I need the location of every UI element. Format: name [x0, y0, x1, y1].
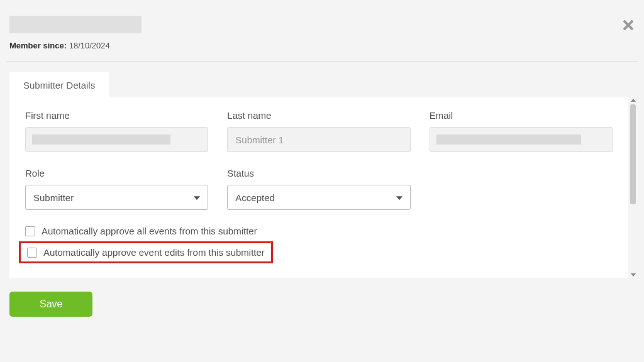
divider — [6, 62, 638, 62]
field-spacer — [430, 168, 613, 210]
input-first-name[interactable] — [25, 127, 208, 152]
save-button[interactable]: Save — [9, 292, 92, 317]
field-last-name: Last name Submitter 1 — [227, 110, 410, 152]
scrollbar[interactable] — [628, 97, 638, 278]
submitter-details-panel: First name Last name Submitter 1 Email R… — [9, 97, 628, 278]
member-since: Member since: 18/10/2024 — [9, 41, 638, 50]
panel-wrapper: First name Last name Submitter 1 Email R… — [6, 97, 638, 278]
checkbox-approve-events-row: Automatically approve all events from th… — [25, 226, 613, 236]
tab-submitter-details[interactable]: Submitter Details — [9, 72, 109, 98]
checkbox-approve-edits-label: Automatically approve event edits from t… — [43, 247, 265, 258]
checkbox-approve-edits[interactable] — [27, 248, 37, 258]
tabs: Submitter Details — [9, 72, 638, 97]
input-last-name[interactable]: Submitter 1 — [227, 127, 410, 152]
field-first-name: First name — [25, 110, 208, 152]
label-first-name: First name — [25, 110, 208, 121]
checkbox-approve-events[interactable] — [25, 226, 35, 236]
field-status: Status Accepted — [227, 168, 410, 210]
scroll-up-icon[interactable] — [631, 99, 636, 102]
checkbox-approve-events-label: Automatically approve all events from th… — [42, 226, 257, 236]
label-email: Email — [430, 110, 613, 121]
input-email[interactable] — [430, 127, 613, 152]
label-last-name: Last name — [227, 110, 410, 121]
select-role[interactable]: Submitter — [25, 185, 208, 210]
row-role-status: Role Submitter Status Accepted — [25, 168, 613, 210]
scroll-thumb[interactable] — [630, 104, 636, 204]
member-since-date: 18/10/2024 — [69, 41, 110, 50]
close-icon[interactable] — [622, 19, 635, 31]
row-name-email: First name Last name Submitter 1 Email — [25, 110, 613, 152]
label-role: Role — [25, 168, 208, 178]
field-role: Role Submitter — [25, 168, 208, 210]
select-status[interactable]: Accepted — [227, 185, 410, 210]
member-since-label: Member since: — [9, 41, 67, 50]
page-title-redacted — [9, 16, 142, 33]
select-status-value: Accepted — [235, 192, 275, 203]
label-status: Status — [227, 168, 410, 178]
scroll-down-icon[interactable] — [631, 273, 636, 277]
field-email: Email — [430, 110, 613, 152]
select-role-value: Submitter — [33, 192, 74, 203]
checkbox-approve-edits-row: Automatically approve event edits from t… — [19, 241, 273, 263]
